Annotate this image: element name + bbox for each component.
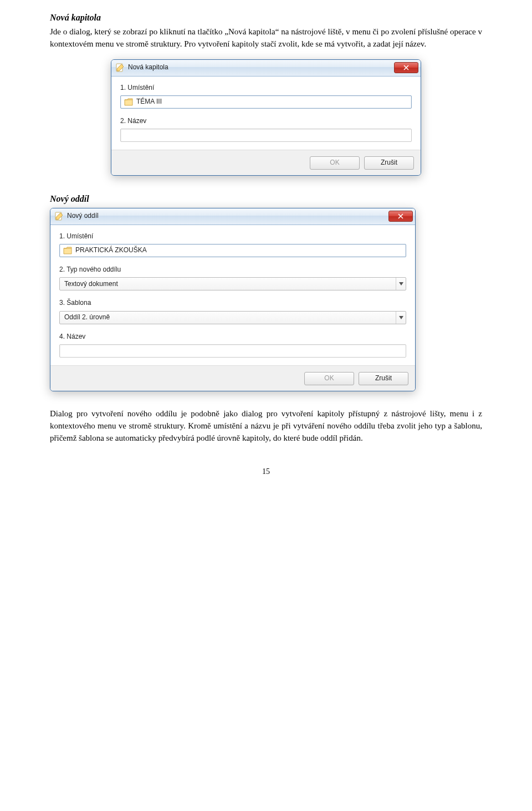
type-value: Textový dokument xyxy=(60,279,396,289)
location-select[interactable]: TÉMA III xyxy=(120,95,412,109)
dialog-novy-oddil: Nový oddíl 1. Umístění PRAKTICKÁ ZKOUŠKA… xyxy=(50,208,416,392)
name-input-2[interactable] xyxy=(59,344,406,358)
name-input[interactable] xyxy=(120,129,412,142)
folder-icon xyxy=(124,98,133,106)
cancel-button[interactable]: Zrušit xyxy=(359,372,408,385)
chevron-down-icon xyxy=(396,312,406,324)
location-value: TÉMA III xyxy=(136,97,411,106)
ok-button[interactable]: OK xyxy=(310,156,360,170)
dialog-1-footer: OK Zrušit xyxy=(111,150,421,175)
location-select-2[interactable]: PRAKTICKÁ ZKOUŠKA xyxy=(59,244,406,257)
cancel-button[interactable]: Zrušit xyxy=(364,156,414,170)
pencil-note-icon xyxy=(55,212,64,221)
label-name: 2. Název xyxy=(120,116,412,126)
section-paragraph-2: Dialog pro vytvoření nového oddílu je po… xyxy=(50,408,482,444)
label-template: 3. Šablona xyxy=(59,298,406,308)
type-select[interactable]: Textový dokument xyxy=(59,277,406,290)
dialog-1-wrap: Nová kapitola 1. Umístění TÉMA III 2. Ná… xyxy=(50,59,482,176)
folder-icon xyxy=(63,247,72,254)
section-heading-1: Nová kapitola xyxy=(50,11,482,24)
close-button[interactable] xyxy=(394,62,418,73)
section-heading-2: Nový oddíl xyxy=(50,192,482,205)
dialog-2-title: Nový oddíl xyxy=(67,211,385,221)
ok-button[interactable]: OK xyxy=(304,372,354,385)
pencil-note-icon xyxy=(116,63,125,72)
dialog-2-footer: OK Zrušit xyxy=(50,365,415,391)
close-icon xyxy=(398,213,403,219)
dialog-1-title: Nová kapitola xyxy=(128,63,391,72)
section-paragraph-1: Jde o dialog, který se zobrazí po kliknu… xyxy=(50,26,482,50)
location-value-2: PRAKTICKÁ ZKOUŠKA xyxy=(75,246,406,255)
label-location-2: 1. Umístění xyxy=(59,232,406,241)
dialog-1-titlebar: Nová kapitola xyxy=(111,60,421,76)
chevron-down-icon xyxy=(396,278,406,290)
dialog-2-wrap: Nový oddíl 1. Umístění PRAKTICKÁ ZKOUŠKA… xyxy=(50,208,482,392)
dialog-2-titlebar: Nový oddíl xyxy=(50,208,415,225)
label-type: 2. Typ nového oddílu xyxy=(59,265,406,274)
close-button[interactable] xyxy=(388,211,413,222)
template-select[interactable]: Oddíl 2. úrovně xyxy=(59,311,406,324)
label-name-2: 4. Název xyxy=(59,332,406,341)
template-value: Oddíl 2. úrovně xyxy=(60,313,396,322)
dialog-nova-kapitola: Nová kapitola 1. Umístění TÉMA III 2. Ná… xyxy=(111,59,421,176)
dialog-2-body: 1. Umístění PRAKTICKÁ ZKOUŠKA 2. Typ nov… xyxy=(50,225,415,358)
dialog-1-body: 1. Umístění TÉMA III 2. Název xyxy=(111,76,421,142)
close-icon xyxy=(403,65,409,70)
label-location: 1. Umístění xyxy=(120,83,412,93)
page-number: 15 xyxy=(50,466,482,477)
